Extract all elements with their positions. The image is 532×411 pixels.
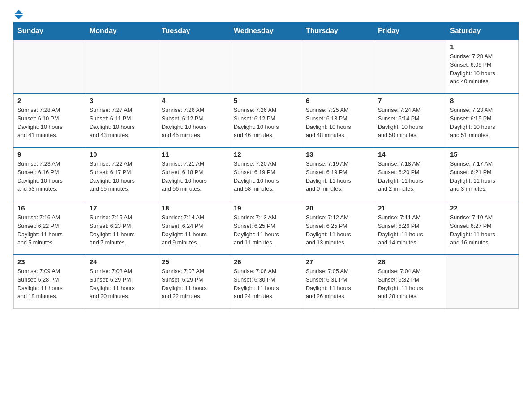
day-number: 22	[450, 204, 515, 212]
day-info: Sunrise: 7:05 AM Sunset: 6:31 PM Dayligh…	[306, 267, 370, 301]
day-number: 1	[450, 43, 515, 51]
day-number: 11	[162, 150, 226, 158]
day-info: Sunrise: 7:15 AM Sunset: 6:23 PM Dayligh…	[90, 214, 154, 247]
calendar-cell: 10Sunrise: 7:22 AM Sunset: 6:17 PM Dayli…	[86, 147, 158, 201]
day-number: 9	[17, 150, 82, 158]
day-info: Sunrise: 7:07 AM Sunset: 6:29 PM Dayligh…	[162, 267, 226, 301]
day-info: Sunrise: 7:09 AM Sunset: 6:28 PM Dayligh…	[17, 267, 82, 301]
calendar-cell: 28Sunrise: 7:04 AM Sunset: 6:32 PM Dayli…	[374, 255, 446, 308]
day-info: Sunrise: 7:16 AM Sunset: 6:22 PM Dayligh…	[17, 214, 82, 247]
calendar-cell: 18Sunrise: 7:14 AM Sunset: 6:24 PM Dayli…	[158, 201, 230, 255]
calendar-cell	[158, 40, 230, 94]
day-number: 26	[234, 258, 298, 265]
day-number: 4	[162, 97, 226, 104]
calendar-cell	[230, 40, 302, 94]
day-number: 27	[306, 258, 370, 265]
calendar-cell: 8Sunrise: 7:23 AM Sunset: 6:15 PM Daylig…	[446, 94, 519, 147]
day-number: 17	[90, 204, 154, 212]
week-row-1: 1Sunrise: 7:28 AM Sunset: 6:09 PM Daylig…	[14, 40, 519, 94]
header-friday: Friday	[374, 22, 446, 40]
page-header	[13, 9, 519, 17]
day-info: Sunrise: 7:06 AM Sunset: 6:30 PM Dayligh…	[234, 267, 298, 301]
calendar-cell: 11Sunrise: 7:21 AM Sunset: 6:18 PM Dayli…	[158, 147, 230, 201]
calendar-cell	[86, 40, 158, 94]
day-number: 2	[17, 97, 82, 104]
calendar-cell: 15Sunrise: 7:17 AM Sunset: 6:21 PM Dayli…	[446, 147, 519, 201]
day-number: 16	[17, 204, 82, 212]
day-number: 14	[378, 150, 442, 158]
week-row-4: 16Sunrise: 7:16 AM Sunset: 6:22 PM Dayli…	[14, 201, 519, 255]
calendar-cell: 20Sunrise: 7:12 AM Sunset: 6:25 PM Dayli…	[302, 201, 374, 255]
calendar-cell: 9Sunrise: 7:23 AM Sunset: 6:16 PM Daylig…	[14, 147, 86, 201]
calendar-cell: 5Sunrise: 7:26 AM Sunset: 6:12 PM Daylig…	[230, 94, 302, 147]
day-info: Sunrise: 7:17 AM Sunset: 6:21 PM Dayligh…	[450, 160, 515, 193]
calendar-cell: 4Sunrise: 7:26 AM Sunset: 6:12 PM Daylig…	[158, 94, 230, 147]
week-row-2: 2Sunrise: 7:28 AM Sunset: 6:10 PM Daylig…	[14, 94, 519, 147]
calendar-cell: 2Sunrise: 7:28 AM Sunset: 6:10 PM Daylig…	[14, 94, 86, 147]
day-info: Sunrise: 7:22 AM Sunset: 6:17 PM Dayligh…	[90, 160, 154, 193]
day-info: Sunrise: 7:26 AM Sunset: 6:12 PM Dayligh…	[162, 106, 226, 140]
header-sunday: Sunday	[14, 22, 86, 40]
day-number: 7	[378, 97, 442, 104]
calendar-cell	[446, 255, 519, 308]
day-number: 21	[378, 204, 442, 212]
calendar-cell: 21Sunrise: 7:11 AM Sunset: 6:26 PM Dayli…	[374, 201, 446, 255]
day-info: Sunrise: 7:10 AM Sunset: 6:27 PM Dayligh…	[450, 214, 515, 247]
calendar-cell: 14Sunrise: 7:18 AM Sunset: 6:20 PM Dayli…	[374, 147, 446, 201]
day-number: 23	[17, 258, 82, 265]
calendar-cell: 1Sunrise: 7:28 AM Sunset: 6:09 PM Daylig…	[446, 40, 519, 94]
day-number: 5	[234, 97, 298, 104]
day-info: Sunrise: 7:25 AM Sunset: 6:13 PM Dayligh…	[306, 106, 370, 140]
header-tuesday: Tuesday	[158, 22, 230, 40]
day-info: Sunrise: 7:28 AM Sunset: 6:09 PM Dayligh…	[450, 52, 515, 86]
day-info: Sunrise: 7:28 AM Sunset: 6:10 PM Dayligh…	[17, 106, 82, 140]
day-number: 20	[306, 204, 370, 212]
day-info: Sunrise: 7:18 AM Sunset: 6:20 PM Dayligh…	[378, 160, 442, 193]
day-number: 3	[90, 97, 154, 104]
day-info: Sunrise: 7:13 AM Sunset: 6:25 PM Dayligh…	[234, 214, 298, 247]
calendar-cell: 12Sunrise: 7:20 AM Sunset: 6:19 PM Dayli…	[230, 147, 302, 201]
header-wednesday: Wednesday	[230, 22, 302, 40]
calendar-cell: 3Sunrise: 7:27 AM Sunset: 6:11 PM Daylig…	[86, 94, 158, 147]
calendar-cell: 27Sunrise: 7:05 AM Sunset: 6:31 PM Dayli…	[302, 255, 374, 308]
calendar-cell	[374, 40, 446, 94]
day-info: Sunrise: 7:26 AM Sunset: 6:12 PM Dayligh…	[234, 106, 298, 140]
day-info: Sunrise: 7:20 AM Sunset: 6:19 PM Dayligh…	[234, 160, 298, 193]
day-info: Sunrise: 7:14 AM Sunset: 6:24 PM Dayligh…	[162, 214, 226, 247]
calendar-cell: 16Sunrise: 7:16 AM Sunset: 6:22 PM Dayli…	[14, 201, 86, 255]
calendar-cell: 25Sunrise: 7:07 AM Sunset: 6:29 PM Dayli…	[158, 255, 230, 308]
week-row-3: 9Sunrise: 7:23 AM Sunset: 6:16 PM Daylig…	[14, 147, 519, 201]
day-number: 8	[450, 97, 515, 104]
calendar-cell: 17Sunrise: 7:15 AM Sunset: 6:23 PM Dayli…	[86, 201, 158, 255]
header-saturday: Saturday	[446, 22, 519, 40]
week-row-5: 23Sunrise: 7:09 AM Sunset: 6:28 PM Dayli…	[14, 255, 519, 308]
day-info: Sunrise: 7:27 AM Sunset: 6:11 PM Dayligh…	[90, 106, 154, 140]
calendar-cell: 23Sunrise: 7:09 AM Sunset: 6:28 PM Dayli…	[14, 255, 86, 308]
calendar-cell	[302, 40, 374, 94]
calendar-table: SundayMondayTuesdayWednesdayThursdayFrid…	[13, 22, 519, 309]
calendar-cell: 19Sunrise: 7:13 AM Sunset: 6:25 PM Dayli…	[230, 201, 302, 255]
day-info: Sunrise: 7:11 AM Sunset: 6:26 PM Dayligh…	[378, 214, 442, 247]
day-number: 6	[306, 97, 370, 104]
logo	[13, 9, 23, 17]
header-monday: Monday	[86, 22, 158, 40]
day-number: 13	[306, 150, 370, 158]
calendar-cell	[14, 40, 86, 94]
day-number: 24	[90, 258, 154, 265]
calendar-cell: 26Sunrise: 7:06 AM Sunset: 6:30 PM Dayli…	[230, 255, 302, 308]
day-info: Sunrise: 7:19 AM Sunset: 6:19 PM Dayligh…	[306, 160, 370, 193]
day-info: Sunrise: 7:21 AM Sunset: 6:18 PM Dayligh…	[162, 160, 226, 193]
header-thursday: Thursday	[302, 22, 374, 40]
day-number: 28	[378, 258, 442, 265]
day-info: Sunrise: 7:23 AM Sunset: 6:16 PM Dayligh…	[17, 160, 82, 193]
day-number: 10	[90, 150, 154, 158]
day-number: 18	[162, 204, 226, 212]
day-info: Sunrise: 7:12 AM Sunset: 6:25 PM Dayligh…	[306, 214, 370, 247]
day-info: Sunrise: 7:23 AM Sunset: 6:15 PM Dayligh…	[450, 106, 515, 140]
day-info: Sunrise: 7:08 AM Sunset: 6:29 PM Dayligh…	[90, 267, 154, 301]
calendar-cell: 6Sunrise: 7:25 AM Sunset: 6:13 PM Daylig…	[302, 94, 374, 147]
day-number: 12	[234, 150, 298, 158]
day-info: Sunrise: 7:04 AM Sunset: 6:32 PM Dayligh…	[378, 267, 442, 301]
calendar-cell: 7Sunrise: 7:24 AM Sunset: 6:14 PM Daylig…	[374, 94, 446, 147]
day-number: 15	[450, 150, 515, 158]
